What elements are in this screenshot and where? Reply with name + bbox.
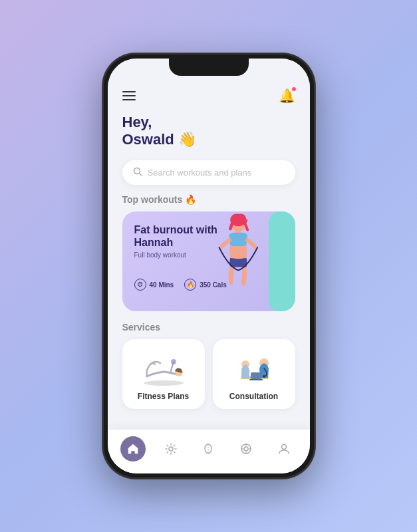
fitness-plans-label: Fitness Plans — [138, 392, 189, 401]
service-card-consultation[interactable]: Consultation — [213, 339, 295, 409]
svg-rect-13 — [249, 379, 263, 380]
nav-settings[interactable] — [158, 436, 184, 462]
consultation-label: Consultation — [229, 392, 278, 401]
top-workouts-title: Top workouts 🔥 — [108, 194, 310, 211]
services-title: Services — [108, 322, 310, 339]
clock-icon: ⏱ — [134, 279, 146, 291]
phone-frame: 🔔 Hey, Oswald 👋 Search workouts and plan… — [102, 53, 315, 479]
search-bar[interactable]: Search workouts and plans — [122, 160, 295, 185]
header: 🔔 — [108, 82, 310, 106]
svg-point-10 — [263, 375, 265, 378]
svg-point-14 — [169, 447, 173, 451]
svg-point-7 — [171, 359, 176, 364]
notification-button[interactable]: 🔔 — [279, 88, 295, 104]
search-placeholder: Search workouts and plans — [148, 168, 252, 178]
consultation-image — [231, 350, 277, 386]
greeting-line1: Hey, — [122, 114, 295, 130]
workout-cards: Fat burnout with Hannah Full body workou… — [108, 211, 310, 311]
greeting-section: Hey, Oswald 👋 — [108, 106, 310, 155]
svg-point-5 — [144, 380, 184, 386]
nav-nutrition[interactable] — [196, 436, 221, 462]
bottom-nav — [108, 430, 310, 473]
svg-rect-12 — [251, 372, 261, 379]
services-grid: Fitness Plans — [108, 339, 310, 409]
nav-activity[interactable] — [233, 436, 259, 462]
nav-home[interactable] — [120, 436, 146, 462]
svg-line-1 — [139, 173, 142, 176]
stat-time: ⏱ 40 Mins — [134, 279, 174, 291]
svg-point-17 — [282, 445, 287, 450]
greeting-line2: Oswald 👋 — [122, 130, 295, 150]
search-icon — [133, 167, 142, 178]
workout-card-fat-burnout[interactable]: Fat burnout with Hannah Full body workou… — [122, 211, 295, 311]
service-card-fitness[interactable]: Fitness Plans — [122, 339, 205, 409]
nav-profile[interactable] — [271, 436, 297, 462]
phone-screen: 🔔 Hey, Oswald 👋 Search workouts and plan… — [108, 59, 310, 473]
menu-button[interactable] — [122, 91, 136, 100]
svg-point-16 — [244, 447, 248, 451]
fitness-plans-image — [140, 350, 187, 386]
phone-notch — [169, 59, 249, 76]
notification-dot — [291, 86, 297, 92]
screen-content: 🔔 Hey, Oswald 👋 Search workouts and plan… — [108, 59, 310, 473]
athlete-image — [189, 211, 275, 305]
